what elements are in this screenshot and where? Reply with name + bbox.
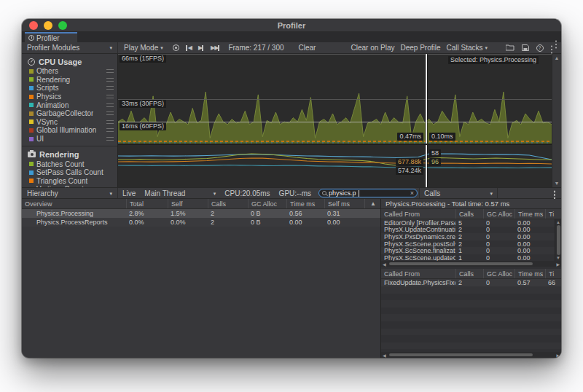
record-button[interactable] (170, 44, 182, 51)
column-header-calls[interactable]: Calls (208, 199, 248, 208)
search-input[interactable]: physics.p × (318, 189, 418, 197)
callers-horizontal-scrollbar[interactable]: ◀ ▶ (381, 261, 561, 267)
caller-row[interactable]: PhysX.ScScene.finalizatio100.00 (381, 247, 561, 254)
module-item-rendering[interactable]: Rendering (22, 76, 117, 85)
caller-row[interactable]: PhysX.ScScene.postSolve200.00 (381, 240, 561, 248)
toolbar-menu-icon[interactable] (551, 44, 553, 52)
caller-row[interactable]: PhysX.UpdateContinuatio200.00 (381, 227, 561, 234)
thread-dropdown[interactable]: Main Thread ▾ (140, 189, 220, 197)
scroll-up-icon[interactable]: ▲ (556, 220, 560, 224)
clear-button[interactable]: Clear (296, 44, 319, 52)
hierarchy-mode-dropdown[interactable]: Hierarchy ▾ (22, 188, 118, 198)
scrollbar-thumb[interactable] (389, 353, 533, 356)
drag-handle-icon[interactable] (106, 78, 114, 82)
tab-bar-menu-icon[interactable] (555, 35, 557, 48)
module-item-animation[interactable]: Animation (22, 101, 117, 109)
play-mode-dropdown[interactable]: Play Mode ▾ (121, 44, 166, 52)
previous-frame-button[interactable]: ◀ (182, 45, 195, 51)
deep-profile-button[interactable]: Deep Profile (397, 44, 443, 52)
column-header-time-ms[interactable]: Time ms▴ (514, 209, 545, 219)
column-header-called-from[interactable]: Called From (381, 269, 455, 278)
column-header-overview[interactable]: Overview (22, 199, 126, 208)
scroll-right-icon[interactable]: ▶ (556, 353, 560, 358)
rendering-chart[interactable]: 5896677.88k574.24k (118, 145, 552, 187)
scroll-right-icon[interactable]: ▶ (556, 262, 560, 267)
drag-handle-icon[interactable] (106, 95, 114, 98)
cpu-usage-chart[interactable]: 66ms (15FPS)33ms (30FPS)16ms (60FPS)Sele… (118, 54, 552, 144)
cell: 0 (483, 233, 514, 240)
hierarchy-menu-icon[interactable] (554, 189, 556, 197)
help-icon[interactable]: ? (536, 44, 544, 52)
scroll-up-icon[interactable]: ▲ (555, 55, 560, 60)
drag-handle-icon[interactable] (106, 120, 114, 124)
column-header-gc-alloc[interactable]: GC Alloc (483, 269, 514, 278)
column-header-gc-alloc[interactable]: GC Alloc (483, 209, 514, 219)
current-frame-button[interactable]: ▶▶ (207, 45, 223, 51)
module-item-vertices-count[interactable]: Vertices Count (22, 185, 117, 187)
details-horizontal-scrollbar[interactable]: ◀ ▶ (381, 352, 561, 358)
column-header-time-ms[interactable]: Time ms (286, 199, 324, 208)
drag-handle-icon[interactable] (106, 69, 114, 73)
module-item-ui[interactable]: UI (22, 135, 117, 144)
module-item-global-illumination[interactable]: Global Illumination (22, 126, 117, 135)
column-header-ti[interactable]: Ti (545, 209, 561, 219)
details-view-dropdown[interactable]: Calls ▾ (419, 188, 498, 198)
scroll-down-icon[interactable]: ▼ (555, 181, 560, 186)
load-profile-icon[interactable] (506, 44, 514, 51)
callers-vertical-scrollbar[interactable]: ▲ ▼ (555, 219, 561, 261)
column-header-total[interactable]: Total (126, 199, 168, 208)
module-header-cpu-usage[interactable]: CPU Usage (22, 56, 117, 67)
drag-handle-icon[interactable] (106, 111, 114, 115)
selected-frame-line[interactable] (426, 145, 427, 187)
thread-label: Main Thread (144, 189, 185, 197)
scroll-down-icon[interactable]: ▼ (556, 256, 560, 260)
column-header-called-from[interactable]: Called From (381, 209, 455, 219)
scroll-left-icon[interactable]: ◀ (383, 353, 386, 358)
charts-scrollbar[interactable]: ▲ ▼ (552, 54, 561, 187)
callee-row[interactable]: FixedUpdate.PhysicsFixed200.5766 (381, 279, 561, 286)
next-frame-button[interactable]: ▶ (195, 45, 207, 51)
module-item-others[interactable]: Others (22, 67, 117, 76)
caller-row[interactable]: PhysX.ScScene.updateCC100.00 (381, 254, 561, 261)
clear-on-play-button[interactable]: Clear on Play (348, 44, 397, 52)
module-header-rendering[interactable]: Rendering (22, 149, 117, 160)
drag-handle-icon[interactable] (106, 86, 114, 90)
column-header-calls[interactable]: Calls (455, 269, 483, 278)
callees-table-header[interactable]: Called FromCallsGC AllocTime ms▴Ti (381, 269, 561, 279)
scrollbar-thumb[interactable] (389, 262, 533, 265)
module-item-physics[interactable]: Physics (22, 93, 117, 101)
module-item-triangles-count[interactable]: Triangles Count (22, 177, 117, 186)
hierarchy-row[interactable]: Physics.ProcessReports0.0%0.0%20 B0.000.… (22, 218, 380, 227)
caller-row[interactable]: PhysX.PxsDynamics.creat200.00 (381, 233, 561, 240)
column-header-self-ms[interactable]: Self ms (324, 199, 364, 208)
window-titlebar[interactable]: Profiler (22, 19, 561, 32)
live-toggle[interactable]: Live (118, 189, 140, 197)
module-item-setpass-calls-count[interactable]: SetPass Calls Count (22, 168, 117, 177)
profiler-modules-dropdown[interactable]: Profiler Modules ▾ (22, 42, 118, 53)
module-item-garbagecollector[interactable]: GarbageCollector (22, 109, 117, 118)
scroll-left-icon[interactable]: ◀ (383, 262, 386, 267)
module-item-vsync[interactable]: VSync (22, 118, 117, 127)
call-stacks-dropdown[interactable]: Call Stacks ▾ (444, 44, 491, 52)
callers-table-header[interactable]: Called FromCallsGC AllocTime ms▴Ti (381, 209, 561, 219)
column-header-gc-alloc[interactable]: GC Alloc (248, 199, 286, 208)
tab-profiler[interactable]: Profiler (25, 32, 77, 42)
column-header-calls[interactable]: Calls (455, 209, 483, 219)
column-header-time-ms[interactable]: Time ms▴ (514, 269, 545, 278)
sort-indicator-icon[interactable]: ▲ (364, 199, 380, 208)
caller-row[interactable]: EditorOnly [Profiler.ParseT500.00 (381, 219, 561, 227)
drag-handle-icon[interactable] (106, 137, 114, 141)
column-header-self[interactable]: Self (168, 199, 208, 208)
save-profile-icon[interactable] (522, 44, 529, 51)
hierarchy-row[interactable]: Physics.Processing2.8%1.5%20 B0.560.31 (22, 209, 380, 218)
hierarchy-table-header[interactable]: OverviewTotalSelfCallsGC AllocTime msSel… (22, 199, 380, 209)
drag-handle-icon[interactable] (106, 128, 114, 132)
module-item-batches-count[interactable]: Batches Count (22, 160, 117, 168)
cell: 0.00 (324, 219, 364, 226)
clear-search-icon[interactable]: × (410, 190, 414, 197)
selected-frame-line[interactable] (426, 54, 427, 144)
drag-handle-icon[interactable] (106, 103, 114, 107)
scrollbar-thumb[interactable] (557, 225, 560, 255)
column-header-ti[interactable]: Ti (545, 269, 561, 278)
module-item-scripts[interactable]: Scripts (22, 84, 117, 93)
